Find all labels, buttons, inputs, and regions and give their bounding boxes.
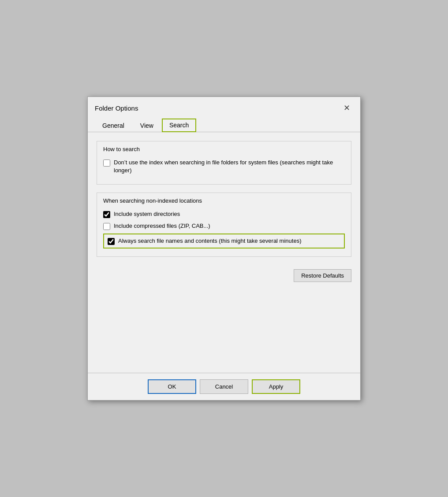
section-how-to-search: How to search Don’t use the index when s… [97, 141, 351, 185]
section-how-to-search-title: How to search [97, 141, 351, 155]
apply-button[interactable]: Apply [252, 379, 300, 394]
title-bar: Folder Options ✕ [88, 97, 360, 115]
section-how-to-search-content: Don’t use the index when searching in fi… [97, 155, 351, 184]
dialog-content: How to search Don’t use the index when s… [88, 132, 360, 373]
checkbox-row-include-system: Include system directories [103, 210, 345, 218]
include-compressed-label: Include compressed files (ZIP, CAB...) [114, 222, 210, 230]
checkbox-row-always-search: Always search file names and contents (t… [103, 234, 345, 248]
include-system-dirs-checkbox[interactable] [103, 211, 110, 218]
include-compressed-checkbox[interactable] [103, 223, 110, 230]
checkbox-row-include-compressed: Include compressed files (ZIP, CAB...) [103, 222, 345, 230]
section-non-indexed-title: When searching non-indexed locations [97, 193, 351, 207]
tab-bar: General View Search [88, 115, 360, 132]
restore-defaults-row: Restore Defaults [97, 265, 351, 282]
cancel-button[interactable]: Cancel [200, 379, 248, 394]
ok-button[interactable]: OK [148, 379, 196, 394]
close-button[interactable]: ✕ [340, 101, 353, 115]
dialog-title: Folder Options [95, 104, 138, 112]
no-index-checkbox[interactable] [103, 159, 110, 167]
checkbox-row-no-index: Don’t use the index when searching in fi… [103, 159, 345, 174]
always-search-contents-label: Always search file names and contents (t… [118, 237, 301, 245]
restore-defaults-button[interactable]: Restore Defaults [294, 269, 351, 282]
section-non-indexed: When searching non-indexed locations Inc… [97, 193, 351, 257]
include-system-dirs-label: Include system directories [114, 210, 180, 218]
folder-options-dialog: Folder Options ✕ General View Search How… [87, 96, 361, 401]
dialog-footer: OK Cancel Apply [88, 373, 360, 400]
always-search-contents-checkbox[interactable] [108, 238, 115, 245]
tab-view[interactable]: View [133, 119, 161, 132]
tab-search[interactable]: Search [162, 119, 196, 132]
no-index-label: Don’t use the index when searching in fi… [114, 159, 345, 174]
tab-general[interactable]: General [95, 119, 132, 132]
section-non-indexed-content: Include system directories Include compr… [97, 207, 351, 256]
